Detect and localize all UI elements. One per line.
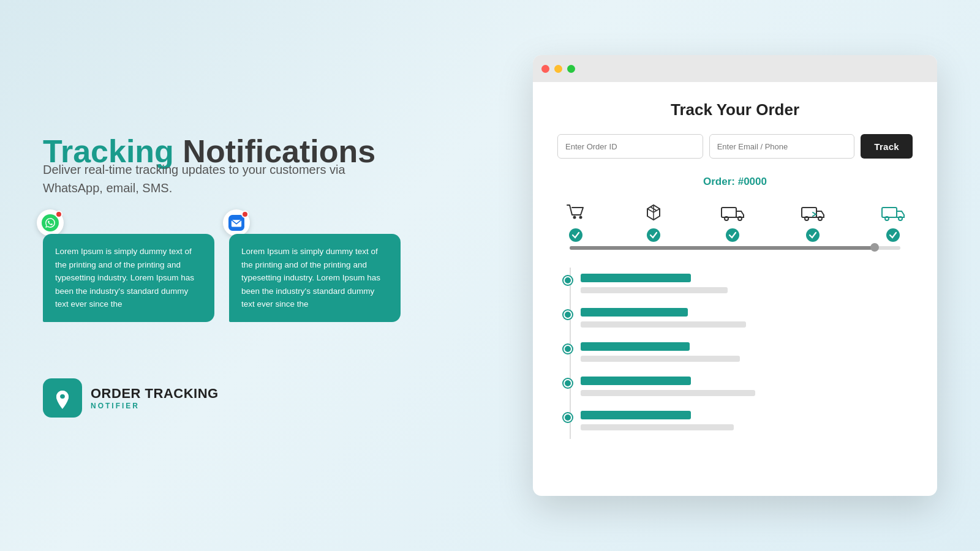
- timeline-content: [581, 274, 913, 296]
- timeline-secondary-bar: [581, 424, 734, 430]
- chat-bubble-whatsapp: Lorem Ipsum is simply dummy text of the …: [43, 234, 214, 322]
- delivered-icon: [880, 200, 907, 225]
- browser-content: Track Your Order Track Order: #0000: [533, 82, 937, 496]
- page-wrapper: Tracking Notifications Deliver real-time…: [18, 18, 962, 533]
- transit-icon: [799, 200, 826, 225]
- whatsapp-notif-dot: [55, 211, 62, 218]
- status-icons-row: [557, 200, 913, 242]
- timeline-dot: [564, 379, 572, 388]
- dot-red: [541, 65, 549, 73]
- timeline-dot: [564, 345, 572, 353]
- svg-rect-8: [722, 208, 736, 217]
- svg-point-12: [805, 217, 809, 220]
- svg-point-9: [725, 217, 728, 220]
- svg-point-7: [579, 216, 582, 219]
- svg-point-15: [885, 217, 889, 220]
- email-phone-input[interactable]: [709, 134, 855, 159]
- timeline-primary-bar: [581, 342, 690, 351]
- timeline-item: [564, 302, 913, 336]
- track-button[interactable]: Track: [861, 134, 913, 159]
- whatsapp-icon-wrapper: [37, 209, 64, 236]
- order-number: Order: #0000: [557, 176, 913, 188]
- email-bubble-wrapper: Lorem Ipsum is simply dummy text of the …: [229, 222, 401, 322]
- timeline-item: [564, 268, 913, 302]
- timeline-dot: [564, 276, 572, 285]
- timeline-secondary-bar: [581, 356, 740, 362]
- status-dispatch: [719, 200, 746, 242]
- track-inputs: Track: [557, 134, 913, 159]
- cart-check: [569, 228, 582, 242]
- chat-bubbles: Lorem Ipsum is simply dummy text of the …: [43, 222, 423, 322]
- progress-thumb: [870, 243, 879, 252]
- status-delivered: [880, 200, 907, 242]
- svg-rect-5: [60, 400, 65, 404]
- email-icon: [228, 215, 244, 231]
- hero-section: Tracking Notifications Deliver real-time…: [43, 133, 423, 197]
- brand-name: ORDER TRACKING: [91, 386, 219, 402]
- progress-bar: [570, 246, 900, 250]
- dispatch-icon: [719, 200, 746, 225]
- status-package: [641, 200, 666, 242]
- brand-logo-icon: [51, 387, 74, 409]
- timeline-content: [581, 308, 913, 330]
- email-icon-wrapper: [223, 209, 250, 236]
- timeline: [557, 268, 913, 439]
- timeline-content: [581, 377, 913, 399]
- timeline-secondary-bar: [581, 287, 728, 293]
- package-check: [647, 228, 660, 242]
- order-id-input[interactable]: [557, 134, 703, 159]
- svg-rect-14: [882, 208, 897, 217]
- timeline-item: [564, 336, 913, 370]
- brand-sub: NOTIFIER: [91, 402, 219, 410]
- track-order-title: Track Your Order: [557, 100, 913, 119]
- timeline-secondary-bar: [581, 390, 755, 396]
- dot-yellow: [554, 65, 562, 73]
- dot-green: [567, 65, 575, 73]
- svg-point-13: [818, 217, 822, 220]
- timeline-primary-bar: [581, 377, 691, 385]
- package-icon: [641, 200, 666, 225]
- svg-point-6: [573, 216, 576, 219]
- timeline-content: [581, 342, 913, 364]
- timeline-primary-bar: [581, 308, 688, 317]
- cart-icon: [564, 200, 588, 225]
- status-cart: [564, 200, 588, 242]
- timeline-dot: [564, 413, 572, 422]
- progress-bg: [570, 246, 900, 250]
- timeline-dot: [564, 310, 572, 319]
- brand-footer: ORDER TRACKING NOTIFIER: [43, 378, 423, 418]
- brand-logo: [43, 378, 82, 418]
- left-side: Tracking Notifications Deliver real-time…: [43, 133, 423, 418]
- transit-check: [806, 228, 820, 242]
- chat-bubble-email: Lorem Ipsum is simply dummy text of the …: [229, 234, 401, 322]
- dispatch-check: [726, 228, 739, 242]
- brand-text: ORDER TRACKING NOTIFIER: [91, 386, 219, 410]
- svg-point-16: [899, 217, 902, 220]
- timeline-secondary-bar: [581, 321, 746, 328]
- delivered-check: [886, 228, 900, 242]
- browser-topbar: [533, 55, 937, 82]
- status-transit: [799, 200, 826, 242]
- email-notif-dot: [241, 211, 249, 218]
- timeline-item: [564, 405, 913, 439]
- whatsapp-bubble-wrapper: Lorem Ipsum is simply dummy text of the …: [43, 222, 214, 322]
- timeline-item: [564, 370, 913, 405]
- timeline-content: [581, 411, 913, 433]
- progress-fill: [570, 246, 874, 250]
- timeline-primary-bar: [581, 274, 691, 282]
- svg-point-10: [738, 217, 742, 220]
- timeline-primary-bar: [581, 411, 691, 419]
- browser-window: Track Your Order Track Order: #0000: [533, 55, 937, 496]
